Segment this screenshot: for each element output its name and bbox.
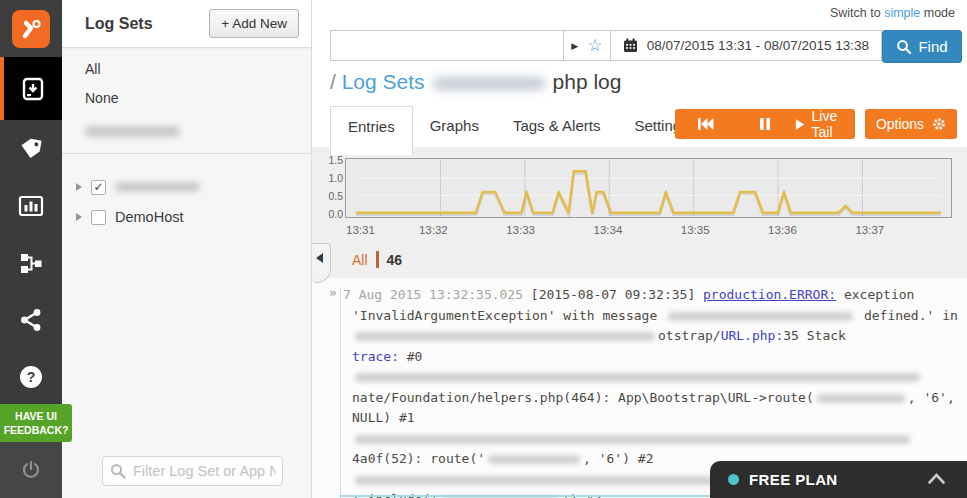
breadcrumb-logsets-link[interactable]: Log Sets (342, 70, 425, 93)
log-text: production.ERROR: (703, 287, 836, 302)
sidebar-item-help[interactable]: ? (0, 348, 62, 405)
plan-status-dot (728, 474, 739, 485)
skip-back-icon (697, 117, 714, 131)
log-text: NULL) #1 (352, 410, 415, 425)
x-tick-label: 13:33 (506, 224, 535, 236)
log-text: [2015-08-07 09:32:35] (531, 287, 703, 302)
sidebar-item-hierarchy[interactable] (0, 234, 62, 291)
switch-mode-suffix: mode (920, 6, 955, 20)
y-tick-label: 1.0 (328, 172, 343, 184)
log-line[interactable]: 'InvalidArgumentException' with message … (352, 306, 963, 327)
host-checkbox-checked[interactable]: ✓ (91, 180, 106, 195)
select-none-link[interactable]: None (85, 90, 145, 106)
log-text: 'InvalidArgumentException' with message (352, 308, 665, 323)
search-strip: ▶ ☆ 08/07/2015 13:31 - 08/07/2015 13:38 (330, 30, 882, 61)
log-text: trace: (352, 349, 399, 364)
expand-caret-icon[interactable] (76, 183, 82, 191)
log-text: exception (836, 287, 914, 302)
chart-x-axis: 13:3113:3213:3313:3413:3513:3613:37 (345, 224, 952, 240)
y-tick-label: 0.0 (328, 208, 343, 220)
log-line[interactable]: NULL) #1 (352, 408, 963, 429)
collapse-arrow-icon (316, 253, 323, 263)
tabs-row: Entries Graphs Tags & Alerts Settings (330, 106, 706, 145)
entries-tab-separator (376, 251, 379, 268)
run-query-icon[interactable]: ▶ (571, 41, 578, 51)
log-line[interactable]: 7 Aug 2015 13:32:35.025 [2015-08-07 09:3… (343, 285, 963, 306)
entry-expand-marker[interactable]: » (329, 285, 337, 300)
simple-mode-link[interactable]: simple (884, 6, 920, 20)
logout-button[interactable] (0, 441, 62, 498)
breadcrumb: / Log Setsphp log (330, 70, 621, 94)
bar-chart-icon (18, 193, 44, 219)
y-tick-label: 1.5 (328, 154, 343, 166)
entries-count-badge: 46 (387, 252, 403, 268)
find-label: Find (918, 38, 947, 55)
filter-logset-input[interactable] (102, 456, 283, 486)
redacted-log-text (355, 435, 910, 444)
main-content: Switch to simple mode ▶ ☆ 08/07/2015 13:… (312, 0, 967, 498)
tab-entries[interactable]: Entries (330, 106, 413, 155)
host-tree: ✓ DemoHost (62, 154, 311, 232)
play-icon (795, 118, 805, 131)
entries-tab-all[interactable]: All (352, 252, 368, 268)
select-all-link[interactable]: All (85, 61, 145, 77)
logentries-logo-icon[interactable] (12, 10, 50, 48)
filter-wrap (102, 456, 283, 486)
switch-mode: Switch to simple mode (830, 6, 955, 20)
tab-tags-alerts[interactable]: Tags & Alerts (496, 106, 618, 145)
add-new-button[interactable]: + Add New (209, 9, 299, 38)
logsets-panel-header: Log Sets + Add New (62, 0, 311, 48)
live-tail-label: Live Tail (812, 108, 856, 140)
log-text: nate/Foundation/helpers.php(464): App\Bo… (352, 390, 814, 405)
switch-mode-prefix: Switch to (830, 6, 884, 20)
log-line[interactable] (352, 367, 963, 388)
share-icon (19, 308, 43, 332)
expand-caret-icon[interactable] (76, 213, 82, 221)
chevron-up-icon (928, 473, 945, 484)
log-line[interactable]: otstrap/URL.php:35 Stack (352, 326, 963, 347)
log-line[interactable]: trace: #0 (352, 347, 963, 368)
magnifier-icon (896, 39, 912, 55)
options-button[interactable]: Options (865, 109, 957, 139)
sidebar-item-share[interactable] (0, 291, 62, 348)
logo-block (0, 0, 62, 57)
breadcrumb-separator: / (330, 70, 342, 93)
entry-left-border (340, 288, 341, 498)
sidebar-item-tags[interactable] (0, 120, 62, 177)
find-button[interactable]: Find (882, 30, 962, 63)
calendar-icon (623, 38, 638, 53)
log-text: 35 Stack (783, 328, 846, 343)
x-tick-label: 13:32 (419, 224, 448, 236)
panel-collapse-handle[interactable] (312, 243, 331, 283)
pause-button[interactable] (735, 109, 795, 139)
log-text: #0 (399, 349, 422, 364)
tab-graphs[interactable]: Graphs (413, 106, 496, 145)
sidebar-item-log-sets[interactable] (0, 57, 62, 120)
entries-area: 1.51.00.50.0 13:3113:3213:3313:3413:3513… (312, 147, 967, 498)
redacted-log-text (488, 455, 580, 464)
sidebar-item-charts[interactable] (0, 177, 62, 234)
skip-back-button[interactable] (675, 109, 735, 139)
query-input[interactable] (331, 31, 564, 60)
gear-icon (932, 117, 946, 131)
host-checkbox-unchecked[interactable] (91, 210, 106, 225)
free-plan-bar[interactable]: FREE PLAN (710, 461, 967, 498)
live-tail-button[interactable]: Live Tail (795, 109, 855, 139)
log-text: otstrap/ (658, 328, 721, 343)
host-label[interactable]: DemoHost (115, 209, 184, 225)
redacted-breadcrumb-segment (433, 77, 545, 90)
options-label: Options (876, 116, 924, 132)
x-tick-label: 13:31 (346, 224, 375, 236)
chart-plot (345, 158, 952, 218)
favorite-star-icon[interactable]: ☆ (587, 37, 602, 54)
feedback-ribbon[interactable]: HAVE UI FEEDBACK? (0, 404, 72, 442)
log-text: , '6', true, (908, 390, 963, 405)
log-line[interactable]: nate/Foundation/helpers.php(464): App\Bo… (352, 388, 963, 409)
date-range-picker[interactable]: 08/07/2015 13:31 - 08/07/2015 13:38 (610, 31, 881, 60)
x-tick-label: 13:36 (768, 224, 797, 236)
redacted-logset-name (85, 126, 180, 137)
redacted-log-text (355, 332, 655, 341)
entries-filter-bar: All 46 (352, 251, 402, 268)
log-line[interactable] (352, 429, 963, 450)
host-row: ✓ (76, 172, 311, 202)
